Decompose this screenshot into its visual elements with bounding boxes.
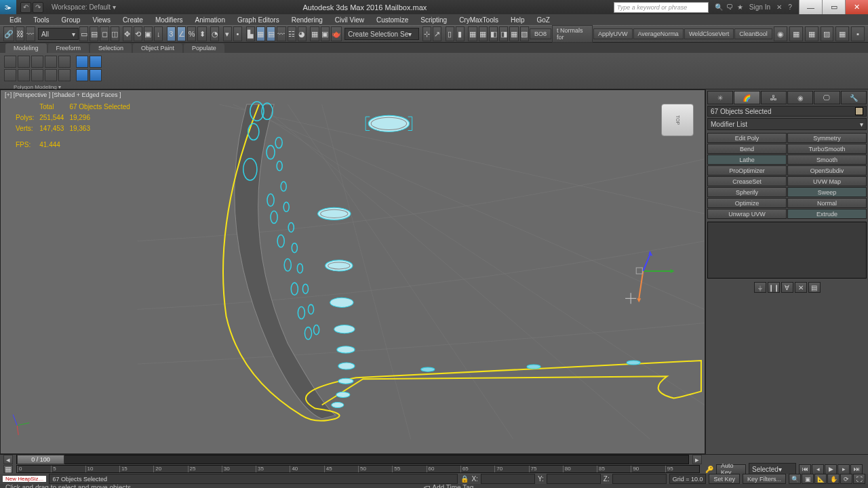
- viewcube[interactable]: TOP: [661, 104, 694, 136]
- undo-button[interactable]: ↶: [20, 2, 31, 13]
- custom-1-button[interactable]: ▦: [468, 26, 477, 41]
- rb-sub2-button[interactable]: [18, 69, 30, 81]
- add-time-tag[interactable]: 🏷 Add Time Tag: [424, 484, 473, 488]
- modifier-stack[interactable]: [707, 222, 867, 279]
- tab-modeling[interactable]: Modeling: [5, 43, 47, 53]
- rb-tool3-button[interactable]: [76, 69, 88, 81]
- menu-goz[interactable]: GoZ: [532, 16, 555, 24]
- rb-sub5-button[interactable]: [58, 69, 71, 81]
- nav-orbit-button[interactable]: ⟳: [840, 474, 852, 484]
- time-ruler[interactable]: 0510152025303540455055606570758085909510…: [16, 465, 700, 473]
- infocenter-icon[interactable]: 🔍: [714, 3, 724, 12]
- setkey-button[interactable]: Set Key: [709, 474, 740, 484]
- nav-pan-button[interactable]: ✋: [827, 474, 840, 484]
- timeline-next-button[interactable]: ▸: [692, 455, 702, 464]
- time-slider[interactable]: 0 / 100: [16, 455, 689, 464]
- mod-spherify[interactable]: Spherify: [707, 187, 787, 197]
- menu-modifiers[interactable]: Modifiers: [150, 16, 189, 24]
- tab-selection[interactable]: Selection: [90, 43, 132, 53]
- object-color-swatch[interactable]: [855, 107, 863, 115]
- mod-unwrapuvw[interactable]: Unwrap UVW: [707, 209, 787, 219]
- extra-3-button[interactable]: ▦: [805, 26, 818, 41]
- mod-normal[interactable]: Normal: [787, 198, 867, 208]
- selection-set-dropdown[interactable]: Create Selection Se▾: [344, 28, 419, 40]
- rb-tool4-button[interactable]: [90, 69, 102, 81]
- custom-3-button[interactable]: ◧: [489, 26, 498, 41]
- select-by-name-button[interactable]: ▤: [90, 26, 98, 41]
- select-place-button[interactable]: ↓: [154, 26, 163, 41]
- mod-uvwmap[interactable]: UVW Map: [787, 176, 867, 186]
- maximize-button[interactable]: ▭: [822, 0, 845, 14]
- stack-configure-button[interactable]: ▤: [808, 282, 821, 293]
- manage-layers-button[interactable]: ◔: [210, 26, 219, 41]
- menu-group[interactable]: Group: [56, 16, 86, 24]
- align-button[interactable]: ▦: [256, 26, 265, 41]
- autokey-button[interactable]: Auto Key: [716, 464, 746, 474]
- percent-snap-button[interactable]: %: [187, 26, 196, 41]
- render-setup-button[interactable]: ▦: [310, 26, 319, 41]
- trackbar-toggle[interactable]: ▦: [3, 465, 13, 473]
- stack-showend-button[interactable]: ❙❙: [768, 282, 780, 293]
- curve-editor-button[interactable]: 〰: [277, 26, 285, 41]
- menu-customize[interactable]: Customize: [371, 16, 414, 24]
- next-frame-button[interactable]: ▸: [837, 464, 850, 474]
- nav-zoomall-button[interactable]: ▣: [802, 474, 814, 484]
- rb-element-button[interactable]: [58, 56, 71, 68]
- render-frame-button[interactable]: ▣: [321, 26, 330, 41]
- custom-5-button[interactable]: ▦: [509, 26, 518, 41]
- mod-bend[interactable]: Bend: [707, 144, 787, 154]
- spinner-snap-button[interactable]: ⬍: [197, 26, 206, 41]
- rb-border-button[interactable]: [31, 56, 43, 68]
- mod-optimize[interactable]: Optimize: [707, 198, 787, 208]
- mod-extrude[interactable]: Extrude: [787, 209, 867, 219]
- script-applyuvw[interactable]: ApplyUVW: [593, 28, 633, 39]
- viewport[interactable]: [+] [Perspective ] [Shaded + Edged Faces…: [0, 89, 705, 454]
- select-scale-button[interactable]: ▣: [144, 26, 153, 41]
- mod-lathe[interactable]: Lathe: [707, 155, 787, 165]
- rb-vertex-button[interactable]: [4, 56, 16, 68]
- select-rotate-button[interactable]: ⟲: [134, 26, 142, 41]
- nav-maximize-button[interactable]: ⛶: [853, 474, 865, 484]
- tab-freeform[interactable]: Freeform: [48, 43, 90, 53]
- script-avgnorma[interactable]: AverageNorma: [633, 28, 684, 39]
- angle-snap-button[interactable]: ∠: [177, 26, 186, 41]
- menu-grapheditors[interactable]: Graph Editors: [232, 16, 285, 24]
- viewport-label[interactable]: [+] [Perspective ] [Shaded + Edged Faces…: [5, 92, 121, 98]
- ref-coord-button[interactable]: ▾: [223, 26, 232, 41]
- select-object-button[interactable]: ▭: [79, 26, 88, 41]
- extra-6-button[interactable]: ▪: [851, 26, 865, 41]
- menu-edit[interactable]: Edit: [4, 16, 26, 24]
- menu-animation[interactable]: Animation: [189, 16, 230, 24]
- menu-scripting[interactable]: Scripting: [415, 16, 452, 24]
- signin-button[interactable]: Sign In: [747, 3, 773, 12]
- render-button[interactable]: 🫖: [331, 26, 342, 41]
- play-button[interactable]: ▶: [825, 464, 837, 474]
- redo-button[interactable]: ↷: [33, 2, 43, 13]
- mod-turbosmooth[interactable]: TurboSmooth: [787, 144, 867, 154]
- mod-prooptimizer[interactable]: ProOptimizer: [707, 165, 787, 176]
- rb-tool2-button[interactable]: [90, 56, 102, 68]
- script-normals[interactable]: t Normals for: [552, 25, 593, 43]
- bind-spacewarp-button[interactable]: 〰: [26, 26, 35, 41]
- select-link-button[interactable]: 🔗: [3, 26, 14, 41]
- isolate-button[interactable]: ▯: [446, 26, 454, 41]
- extra-4-button[interactable]: ▨: [821, 26, 834, 41]
- schematic-view-button[interactable]: ☷: [288, 26, 296, 41]
- listener-tag[interactable]: New HeapSiz…: [3, 476, 46, 482]
- menu-tools[interactable]: Tools: [28, 16, 54, 24]
- coord-y-input[interactable]: [547, 474, 601, 484]
- stack-unique-button[interactable]: ∀: [781, 282, 793, 293]
- mod-smooth[interactable]: Smooth: [787, 155, 867, 165]
- stack-remove-button[interactable]: ✕: [795, 282, 807, 293]
- cp-tab-display[interactable]: 🖵: [814, 91, 840, 104]
- coord-x-input[interactable]: [481, 474, 535, 484]
- custom-6-button[interactable]: ▧: [520, 26, 529, 41]
- snap-toggle-button[interactable]: 3: [167, 26, 176, 41]
- application-menu-button[interactable]: 3▸: [0, 0, 16, 14]
- selection-filter[interactable]: All▾: [38, 28, 79, 40]
- select-region-button[interactable]: ◻: [100, 26, 108, 41]
- goto-end-button[interactable]: ⏭: [850, 464, 863, 474]
- lock-icon[interactable]: 🔒: [460, 475, 469, 483]
- rb-sub1-button[interactable]: [4, 69, 16, 81]
- help-icon[interactable]: ?: [785, 3, 795, 12]
